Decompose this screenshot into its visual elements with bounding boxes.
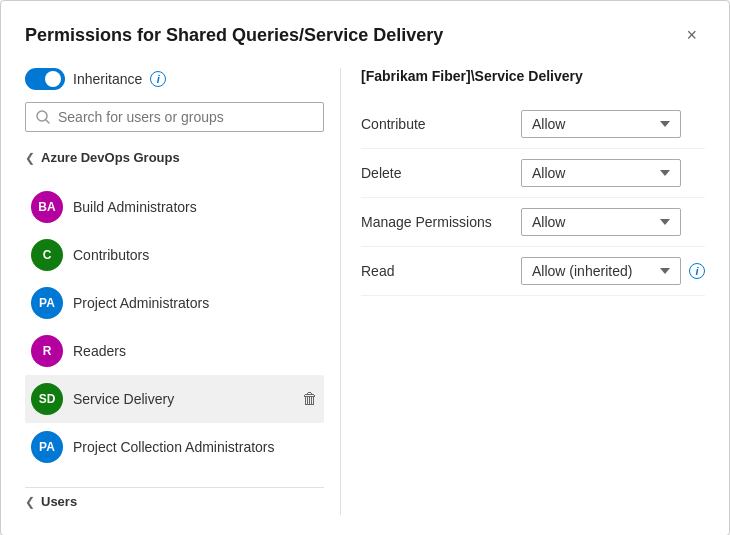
avatar: C [31,239,63,271]
user-name: Project Collection Administrators [73,439,292,455]
avatar: BA [31,191,63,223]
permission-row: ContributeAllowDenyNot set [361,100,705,149]
permission-label: Read [361,263,521,279]
search-box[interactable] [25,102,324,132]
user-item[interactable]: PAProject Collection Administrators🗑 [25,423,324,471]
inheritance-info-icon[interactable]: i [150,71,166,87]
chevron-down-icon: ❮ [25,151,35,165]
user-name: Project Administrators [73,295,292,311]
dialog-header: Permissions for Shared Queries/Service D… [25,21,705,50]
left-panel: Inheritance i ❮ Azure DevOps Groups BABu… [25,68,341,515]
permission-select[interactable]: AllowDenyNot set [521,159,681,187]
inheritance-row: Inheritance i [25,68,324,90]
users-section[interactable]: ❮ Users [25,487,324,515]
search-input[interactable] [58,109,313,125]
avatar: PA [31,431,63,463]
permission-select-wrapper: AllowDenyNot set [521,208,705,236]
permission-select[interactable]: AllowDenyNot set [521,110,681,138]
search-icon [36,110,50,124]
right-panel: [Fabrikam Fiber]\Service Delivery Contri… [341,68,705,515]
panel-title: [Fabrikam Fiber]\Service Delivery [361,68,705,84]
permission-select[interactable]: Allow (inherited)AllowDenyNot set [521,257,681,285]
permission-row: ReadAllow (inherited)AllowDenyNot seti [361,247,705,296]
permission-info-icon[interactable]: i [689,263,705,279]
permission-select[interactable]: AllowDenyNot set [521,208,681,236]
user-item[interactable]: CContributors🗑 [25,231,324,279]
user-name: Build Administrators [73,199,292,215]
inheritance-label: Inheritance [73,71,142,87]
close-button[interactable]: × [678,21,705,50]
inheritance-toggle[interactable] [25,68,65,90]
permission-select-wrapper: AllowDenyNot set [521,159,705,187]
delete-icon[interactable]: 🗑 [302,390,318,408]
svg-line-1 [46,120,50,124]
users-section-label: Users [41,494,77,509]
avatar: R [31,335,63,367]
user-item[interactable]: PAProject Administrators🗑 [25,279,324,327]
user-name: Readers [73,343,292,359]
user-item[interactable]: RReaders🗑 [25,327,324,375]
group-title: Azure DevOps Groups [41,150,180,165]
permission-label: Contribute [361,116,521,132]
avatar: PA [31,287,63,319]
avatar: SD [31,383,63,415]
user-item[interactable]: BABuild Administrators🗑 [25,183,324,231]
dialog-title: Permissions for Shared Queries/Service D… [25,25,443,46]
permission-label: Manage Permissions [361,214,521,230]
user-name: Contributors [73,247,292,263]
user-item[interactable]: SDService Delivery🗑 [25,375,324,423]
permission-row: DeleteAllowDenyNot set [361,149,705,198]
permission-select-wrapper: AllowDenyNot set [521,110,705,138]
user-list: BABuild Administrators🗑CContributors🗑PAP… [25,183,324,471]
dialog-body: Inheritance i ❮ Azure DevOps Groups BABu… [25,68,705,515]
user-name: Service Delivery [73,391,292,407]
permission-row: Manage PermissionsAllowDenyNot set [361,198,705,247]
permission-label: Delete [361,165,521,181]
permissions-list: ContributeAllowDenyNot setDeleteAllowDen… [361,100,705,296]
group-header[interactable]: ❮ Azure DevOps Groups [25,144,324,171]
users-chevron-icon: ❮ [25,495,35,509]
permission-select-wrapper: Allow (inherited)AllowDenyNot seti [521,257,705,285]
dialog: Permissions for Shared Queries/Service D… [0,0,730,535]
